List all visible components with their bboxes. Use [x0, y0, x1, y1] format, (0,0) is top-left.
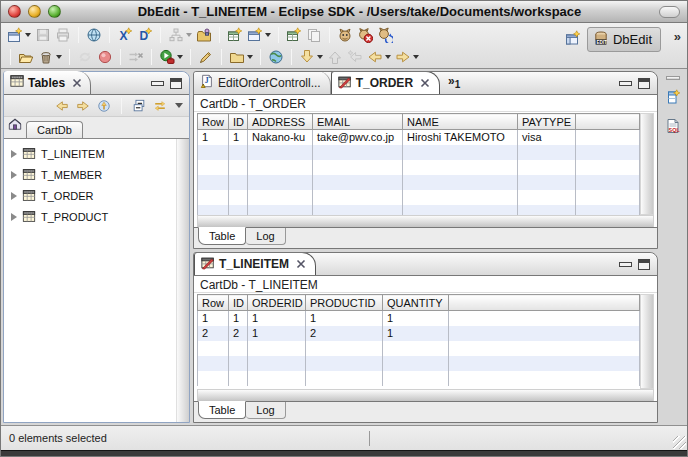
- perspective-dbedit-button[interactable]: EDIT DbEdit: [587, 27, 661, 52]
- home-icon[interactable]: [8, 117, 22, 138]
- tab-table[interactable]: Table: [198, 227, 246, 245]
- titlebar[interactable]: DbEdit - T_LINEITEM - Eclipse SDK - /Use…: [1, 1, 687, 23]
- vertical-scrollbar[interactable]: [640, 113, 654, 215]
- window-resize-grip[interactable]: [673, 436, 686, 449]
- table-row-empty[interactable]: [198, 356, 640, 371]
- navigate-back-button-icon[interactable]: [53, 98, 71, 114]
- column-header[interactable]: ID: [229, 295, 248, 311]
- tree-item-t_member[interactable]: T_MEMBER: [4, 164, 189, 185]
- tab-log[interactable]: Log: [246, 402, 285, 419]
- collapse-all-button-icon[interactable]: [130, 98, 148, 114]
- dropdown-arrow-icon[interactable]: [56, 55, 62, 59]
- vertical-scrollbar[interactable]: [640, 294, 654, 389]
- column-header[interactable]: ADDRESS: [248, 114, 313, 130]
- new-dtd-button-icon[interactable]: D: [135, 26, 155, 44]
- maximize-view-button[interactable]: [170, 78, 182, 89]
- close-icon[interactable]: [420, 78, 430, 88]
- tab-log[interactable]: Log: [246, 228, 285, 245]
- run-button-icon[interactable]: [157, 48, 185, 66]
- column-header[interactable]: Row: [198, 295, 229, 311]
- table-row[interactable]: 22121: [198, 326, 640, 341]
- table-row-empty[interactable]: [198, 145, 640, 160]
- sql-file-icon[interactable]: SQL: [665, 118, 681, 138]
- new-xml-button-icon[interactable]: X: [115, 26, 135, 44]
- expander-icon[interactable]: [11, 213, 17, 221]
- tab-t-lineitem[interactable]: T_LINEITEM: [194, 252, 316, 275]
- tab-cartdb[interactable]: CartDb: [26, 121, 83, 138]
- column-header[interactable]: Row: [198, 114, 229, 130]
- minimize-view-button[interactable]: [151, 81, 164, 86]
- dropdown-arrow-icon[interactable]: [177, 55, 183, 59]
- toolbar-toggle-button[interactable]: [659, 6, 680, 18]
- column-header[interactable]: QUANTITY: [383, 295, 449, 311]
- close-window-button[interactable]: [8, 5, 21, 18]
- dropdown-arrow-icon[interactable]: [25, 33, 31, 37]
- table-row[interactable]: 11Nakano-kutake@pwv.co.jpHiroshi TAKEMOT…: [198, 130, 640, 145]
- minimize-editor-button[interactable]: [619, 81, 632, 86]
- download-button-icon[interactable]: [297, 48, 325, 66]
- delete-button-icon[interactable]: [36, 48, 64, 66]
- tab-tables[interactable]: Tables: [4, 71, 91, 94]
- tree-item-t_lineitem[interactable]: T_LINEITEM: [4, 143, 189, 164]
- tab-overflow-chevron[interactable]: »1: [448, 74, 460, 90]
- column-header[interactable]: ORDERID: [248, 295, 306, 311]
- forward-button-icon[interactable]: [393, 48, 421, 66]
- open-perspective-icon[interactable]: [565, 30, 581, 50]
- close-icon[interactable]: [296, 259, 306, 269]
- link-with-editor-button-icon[interactable]: [151, 98, 169, 114]
- new-component-button-icon[interactable]: [284, 26, 304, 44]
- new-table-wizard-button-icon[interactable]: [225, 26, 245, 44]
- navigate-forward-button-icon[interactable]: [74, 98, 92, 114]
- tab-t-order[interactable]: T_ORDER: [331, 71, 440, 94]
- open-connection-button-icon[interactable]: [16, 48, 36, 66]
- perspective-overflow-chevron[interactable]: »: [674, 29, 681, 44]
- table-row-empty[interactable]: [198, 160, 640, 175]
- dropdown-arrow-icon[interactable]: [186, 33, 192, 37]
- column-header[interactable]: ID: [229, 114, 248, 130]
- tree-item-t_product[interactable]: T_PRODUCT: [4, 206, 189, 227]
- zoom-window-button[interactable]: [48, 5, 61, 18]
- tomcat-start-button-icon[interactable]: [335, 26, 355, 44]
- table-row-empty[interactable]: [198, 371, 640, 386]
- open-browser-button-icon[interactable]: [266, 48, 286, 66]
- column-header[interactable]: NAME: [403, 114, 518, 130]
- expander-icon[interactable]: [11, 150, 17, 158]
- refresh-tables-button-icon[interactable]: [95, 98, 113, 114]
- tab-editordercontroller[interactable]: J! EditOrderControll...: [194, 71, 331, 94]
- new-window-button-icon[interactable]: [245, 26, 273, 44]
- maximize-editor-button[interactable]: [638, 259, 650, 270]
- restore-view-button[interactable]: [666, 76, 680, 80]
- dropdown-arrow-icon[interactable]: [265, 33, 271, 37]
- table-row-empty[interactable]: [198, 205, 640, 216]
- column-header[interactable]: PRODUCTID: [306, 295, 383, 311]
- open-web-browser-button-icon[interactable]: [84, 26, 104, 44]
- table-row[interactable]: 11111: [198, 311, 640, 326]
- minimize-editor-button[interactable]: [619, 262, 632, 267]
- new-table-icon[interactable]: [665, 89, 681, 109]
- expander-icon[interactable]: [11, 171, 17, 179]
- expander-icon[interactable]: [11, 192, 17, 200]
- record-button-icon[interactable]: [95, 48, 115, 66]
- view-menu-chevron-icon[interactable]: [175, 103, 183, 108]
- dropdown-arrow-icon[interactable]: [247, 55, 253, 59]
- new-wizard-button-icon[interactable]: [5, 26, 33, 44]
- dropdown-arrow-icon[interactable]: [317, 55, 323, 59]
- close-icon[interactable]: [72, 78, 82, 88]
- dropdown-arrow-icon[interactable]: [385, 55, 391, 59]
- table-row-empty[interactable]: [198, 341, 640, 356]
- edit-mode-button-icon[interactable]: [196, 48, 216, 66]
- dropdown-arrow-icon[interactable]: [413, 55, 419, 59]
- table-row-empty[interactable]: [198, 190, 640, 205]
- minimize-window-button[interactable]: [28, 5, 41, 18]
- column-header[interactable]: PAYTYPE: [518, 114, 576, 130]
- open-type-button-icon[interactable]: [227, 48, 255, 66]
- tab-table[interactable]: Table: [198, 401, 246, 419]
- tomcat-restart-button-icon[interactable]: [375, 26, 395, 44]
- import-button-icon[interactable]: [194, 26, 214, 44]
- horizontal-scrollbar[interactable]: [197, 215, 654, 227]
- back-button-icon[interactable]: [365, 48, 393, 66]
- table-row-empty[interactable]: [198, 175, 640, 190]
- tree-item-t_order[interactable]: T_ORDER: [4, 185, 189, 206]
- tomcat-stop-button-icon[interactable]: [355, 26, 375, 44]
- maximize-editor-button[interactable]: [638, 78, 650, 89]
